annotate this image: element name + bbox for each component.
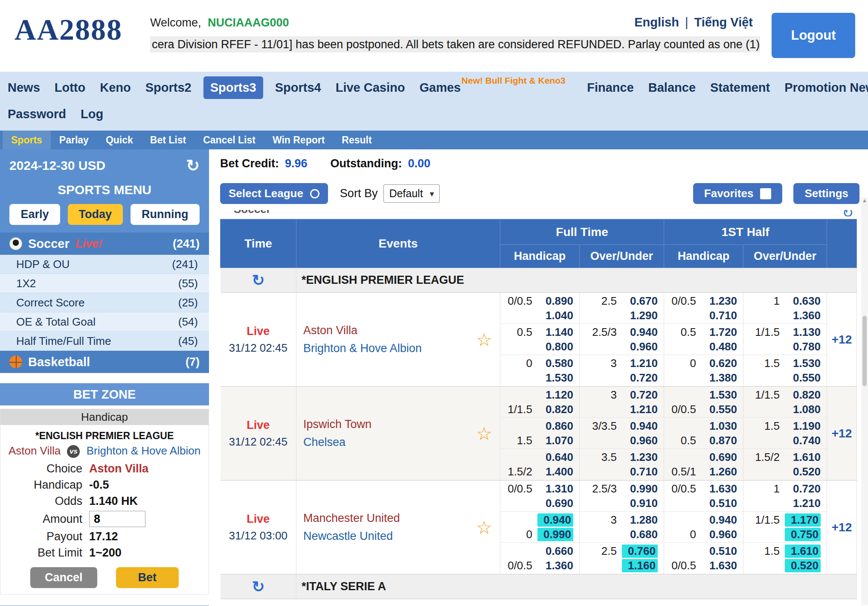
odds-value[interactable]: 0.890 [537, 294, 573, 308]
cancel-button[interactable]: Cancel [30, 567, 97, 588]
odds-value[interactable]: 0.820 [785, 388, 821, 402]
odds-value[interactable]: 1.080 [785, 403, 821, 416]
nav-item-news[interactable]: News [5, 77, 43, 98]
odds-value[interactable]: 0.520 [785, 465, 821, 478]
odds-value[interactable]: 0.800 [537, 340, 573, 353]
nav-item-lotto[interactable]: Lotto [52, 77, 88, 98]
odds-value[interactable]: 1.720 [701, 326, 737, 339]
odds-value[interactable]: 0.480 [701, 340, 737, 353]
odds-value[interactable]: 1.630 [701, 559, 737, 572]
nav-item-log[interactable]: Log [78, 104, 106, 125]
odds-value[interactable]: 1.170 [785, 513, 821, 527]
sidebar-item-correct-score[interactable]: Correct Score (25) [0, 293, 209, 312]
odds-value[interactable]: 1.400 [537, 465, 573, 478]
odds-value[interactable]: 1.160 [622, 559, 658, 572]
odds-value[interactable]: 1.530 [785, 357, 821, 370]
odds-value[interactable]: 0.940 [622, 420, 658, 433]
subnav-item-quick[interactable]: Quick [97, 131, 142, 149]
odds-value[interactable]: 0.660 [537, 545, 573, 558]
odds-value[interactable]: 0.750 [785, 528, 821, 541]
nav-item-games[interactable]: GamesNew! Bull Fight & Keno3 [417, 77, 463, 98]
sidebar-item-1x2[interactable]: 1X2 (55) [0, 274, 209, 293]
odds-value[interactable]: 1.630 [701, 482, 737, 495]
odds-value[interactable]: 1.310 [537, 482, 573, 495]
odds-value[interactable]: 1.040 [537, 309, 573, 322]
odds-value[interactable]: 1.210 [785, 497, 821, 510]
more-bets-button[interactable]: +12 [827, 481, 857, 574]
site-logo[interactable]: AA2888 [15, 13, 122, 47]
odds-value[interactable]: 0.690 [537, 497, 573, 510]
nav-item-password[interactable]: Password [5, 104, 69, 125]
nav-item-live-casino[interactable]: Live Casino [333, 77, 408, 98]
odds-value[interactable]: 1.210 [622, 403, 658, 416]
sidebar-item-half-time-full-time[interactable]: Half Time/Full Time (45) [0, 332, 209, 351]
odds-value[interactable]: 0.780 [785, 340, 821, 353]
filter-early[interactable]: Early [9, 204, 60, 225]
subnav-item-bet-list[interactable]: Bet List [142, 131, 195, 149]
odds-value[interactable]: 0.940 [622, 326, 658, 339]
sidebar-item-oe-total-goal[interactable]: OE & Total Goal (54) [0, 312, 209, 332]
odds-value[interactable]: 0.580 [537, 357, 573, 370]
nav-item-sports4[interactable]: Sports4 [273, 77, 324, 98]
away-team[interactable]: Chelsea [303, 434, 469, 452]
odds-value[interactable]: 0.630 [785, 294, 821, 308]
odds-value[interactable]: 0.940 [537, 513, 573, 527]
odds-value[interactable]: 1.230 [701, 294, 737, 308]
more-bets-button[interactable]: +12 [827, 387, 857, 481]
subnav-item-cancel-list[interactable]: Cancel List [195, 131, 264, 149]
logout-button[interactable]: Logout [772, 13, 855, 58]
nav-item-statement[interactable]: Statement [708, 77, 772, 98]
odds-value[interactable]: 0.720 [622, 371, 658, 385]
odds-value[interactable]: 0.820 [537, 403, 573, 416]
favorites-checkbox[interactable] [760, 188, 771, 199]
home-team[interactable]: Manchester United [303, 510, 469, 527]
odds-value[interactable]: 0.720 [785, 482, 821, 495]
odds-value[interactable]: 1.260 [701, 465, 737, 478]
favorite-star-icon[interactable]: ☆ [476, 517, 492, 538]
odds-value[interactable]: 1.530 [537, 371, 573, 385]
odds-value[interactable]: 0.960 [622, 434, 658, 447]
sidebar-item-soccer[interactable]: Soccer Live! (241) [0, 233, 209, 255]
odds-value[interactable]: 1.380 [701, 371, 737, 385]
odds-value[interactable]: 1.070 [537, 434, 573, 447]
subnav-item-result[interactable]: Result [333, 131, 380, 149]
sort-by-select[interactable]: Default ▾ [383, 184, 439, 203]
odds-value[interactable]: 0.990 [622, 482, 658, 495]
username[interactable]: NUCIAAAG000 [208, 16, 289, 29]
odds-value[interactable]: 0.640 [537, 451, 573, 464]
sidebar-item-hdp-ou[interactable]: HDP & OU (241) [0, 255, 209, 274]
odds-value[interactable]: 0.870 [701, 434, 737, 447]
refresh-icon[interactable]: ↻ [186, 156, 200, 175]
favorites-button[interactable]: Favorites [693, 183, 783, 204]
away-team[interactable]: Brighton & Hove Albion [303, 340, 469, 358]
filter-running[interactable]: Running [131, 204, 199, 225]
odds-value[interactable]: 1.610 [785, 451, 821, 464]
vertical-scrollbar[interactable]: ▲ [861, 197, 868, 605]
odds-value[interactable]: 1.230 [622, 451, 658, 464]
scroll-up-arrow-icon[interactable]: ▲ [861, 197, 868, 204]
amount-input[interactable] [89, 511, 145, 527]
odds-value[interactable]: 1.360 [785, 309, 821, 322]
odds-value[interactable]: 0.720 [622, 388, 658, 402]
odds-value[interactable]: 1.140 [537, 326, 573, 339]
odds-value[interactable]: 1.290 [622, 309, 658, 322]
odds-value[interactable]: 0.760 [622, 545, 658, 558]
odds-value[interactable]: 0.680 [622, 528, 658, 541]
favorite-star-icon[interactable]: ☆ [476, 423, 492, 444]
more-bets-button[interactable]: +12 [827, 293, 857, 387]
odds-value[interactable]: 0.520 [785, 559, 821, 572]
odds-value[interactable]: 1.030 [701, 420, 737, 433]
home-team[interactable]: Aston Villa [303, 322, 469, 340]
settings-button[interactable]: Settings [793, 183, 859, 204]
scrollbar-thumb[interactable] [862, 316, 867, 386]
home-team[interactable]: Ipswich Town [303, 416, 469, 434]
nav-item-keno[interactable]: Keno [97, 77, 134, 98]
odds-value[interactable]: 0.710 [622, 465, 658, 478]
nav-item-finance[interactable]: Finance [584, 77, 636, 98]
nav-item-balance[interactable]: Balance [646, 77, 698, 98]
odds-value[interactable]: 0.860 [537, 420, 573, 433]
refresh-icon[interactable]: ↻ [252, 271, 264, 289]
subnav-item-sports[interactable]: Sports [3, 131, 51, 149]
odds-value[interactable]: 1.530 [701, 388, 737, 402]
odds-value[interactable]: 0.670 [622, 294, 658, 308]
